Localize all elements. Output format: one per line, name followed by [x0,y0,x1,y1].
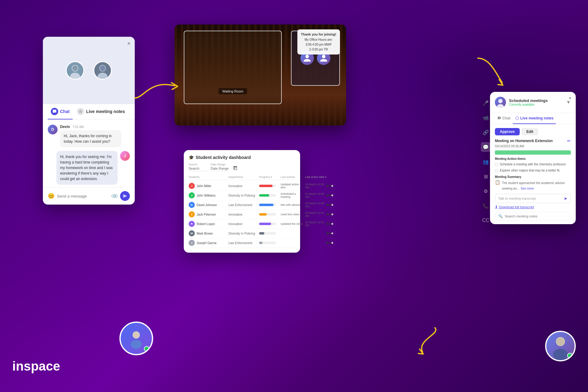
meetings-panel-close[interactable]: × [569,96,571,101]
student-cell-1: J John Williams [189,192,228,198]
student-progress-1 [259,194,281,197]
col-dept: Department [228,175,259,179]
r-video-icon[interactable]: 📹 [481,113,491,123]
approve-button[interactable]: Approve [495,128,520,135]
send-transcript-button[interactable]: ➤ [564,196,567,201]
download-transcript-link[interactable]: ⬇ Download full transcript [495,205,571,209]
student-activity-1: Scheduled a meeting [281,192,305,198]
r-settings-icon[interactable]: ⚙ [481,186,491,196]
send-button[interactable] [120,191,130,201]
student-name-2: David Johnson [197,203,217,207]
svg-point-7 [100,66,105,71]
online-dot-right [567,353,573,358]
filter-date-label: Date Range [211,163,229,166]
student-activity-2: Met with advisor [281,203,305,206]
arrow-bottom [410,325,447,355]
chat-panel-video-area: × [43,37,135,104]
arrow-right [472,55,508,92]
chat-input[interactable] [57,194,109,198]
r-users-icon[interactable]: 👥 [481,157,491,167]
student-dots-4 [326,223,339,225]
student-activity-0: Updated action item [281,183,305,189]
action-checkbox-1[interactable] [495,163,498,166]
tab-chat[interactable]: Chat [48,104,73,119]
meeting-date: 03/14/2023 09:30 AM [495,145,571,148]
student-avatar-1: J [189,192,195,198]
calendar-icon[interactable] [233,166,238,171]
r-share-icon[interactable]: 🔗 [481,127,491,137]
meetings-tab-chat[interactable]: Chat [495,113,513,124]
table-row: J Joseph Garcia Law Enforcement [189,238,295,248]
table-row: J John Miller Innovative Updated action … [189,181,295,191]
meetings-avatar [495,97,506,108]
student-avatar-0: J [189,183,195,189]
msg-avatar-devin: D [48,125,58,134]
msg-content-2: Hi, thank you for seeing me. I'm having … [48,151,118,185]
emoji-button[interactable]: 😊 [48,193,55,199]
right-sidebar: 🎤 📹 🔗 💬 👥 ⊞ ⚙ 📞 CC [481,92,491,232]
chat-close-button[interactable]: × [127,40,130,47]
student-progress-6 [259,242,281,244]
office-hours-thank-you: Thank you for joining! [301,32,337,37]
office-hours-line1: My Office Hours are: [301,37,337,42]
r-grid-icon[interactable]: ⊞ [481,172,491,181]
student-dept-4: Innovative [228,222,259,226]
message-row-2: J Hi, thank you for seeing me. I'm havin… [48,151,130,185]
student-last-date-2: 15 March 10:30 AM [305,202,326,208]
student-avatar-svg [125,327,147,349]
student-dots-2 [326,204,339,206]
search-notes-input[interactable] [505,214,567,218]
message-row-1: D Devin 7:01 AM Hi, Jack, thanks for com… [48,125,130,147]
tab-live-notes[interactable]: Live meeting notes [74,104,128,119]
student-name-6: Joseph Garcia [197,241,216,245]
student-cell-2: D David Johnson [189,202,228,208]
main-scene: 🎤 📹 🔗 💬 👥 ⊞ ⚙ CC × [0,0,588,392]
attach-button[interactable]: 📎 [110,192,119,200]
see-more-link[interactable]: See more [521,187,534,190]
r-mic-icon[interactable]: 🎤 [481,98,491,108]
meetings-tab-live-notes[interactable]: Live meeting notes [513,113,556,124]
participant-avatar-1 [66,61,84,80]
action-item-1: Schedule a meeting with the chemistry pr… [495,162,571,167]
action-item-1-text: Schedule a meeting with the chemistry pr… [500,162,566,167]
action-checkbox-2[interactable] [495,169,498,172]
student-avatar-3: J [189,211,195,217]
col-last-activity: Last activity [281,175,305,179]
download-icon: ⬇ [495,205,498,209]
filter-date: Date Range Date Range [211,163,229,171]
edit-button[interactable]: Edit [522,128,538,135]
summary-row: 📋 The student approached the academic ad… [495,180,571,191]
student-avatar-6: J [189,240,195,246]
r-phone-icon[interactable]: 📞 [481,201,491,211]
r-chat-icon[interactable]: 💬 [481,142,491,152]
student-last-date-1: 15 March 10:30 AM [305,192,326,198]
student-avatar-5: M [189,230,195,236]
student-progress-2 [259,204,281,206]
student-dept-2: Law Enforcement [228,203,259,207]
svg-point-15 [131,340,142,349]
svg-point-20 [556,337,564,345]
meetings-header-text: Scheduled meetings Currently available [509,98,548,106]
student-dots-5 [326,232,339,234]
meetings-tabs: Chat Live meeting notes [490,113,576,124]
meeting-title-row: Meeting on Homework Extension ✏ [495,138,571,143]
meetings-tab-live-notes-label: Live meeting notes [520,116,554,120]
video-main-frame: Waiting Room [184,31,282,104]
table-row: J Jack Peterson Innovative Used live not… [189,210,295,219]
office-hours-line3: 2-3:00 pm TR [301,47,337,52]
col-progress: Progress ℹ [259,175,281,179]
r-captions-icon[interactable]: CC [481,216,491,225]
student-dept-0: Innovative [228,184,259,188]
meeting-title: Meeting on Homework Extension [495,139,553,143]
student-dots-3 [326,213,339,215]
edit-meeting-icon[interactable]: ✏ [567,138,571,143]
waiting-room-label: Waiting Room [219,88,247,94]
student-cell-5: M Mark Brown [189,230,228,236]
student-progress-0 [259,185,281,187]
chat-input-area: 😊 📎 [43,187,135,205]
student-avatar-4: R [189,221,195,227]
svg-point-10 [498,99,503,103]
msg-sender-1: Devin 7:01 AM [60,125,130,129]
dashboard-title: 🎓 Student activity dashboard [189,155,295,160]
logo: inspace [12,359,60,374]
